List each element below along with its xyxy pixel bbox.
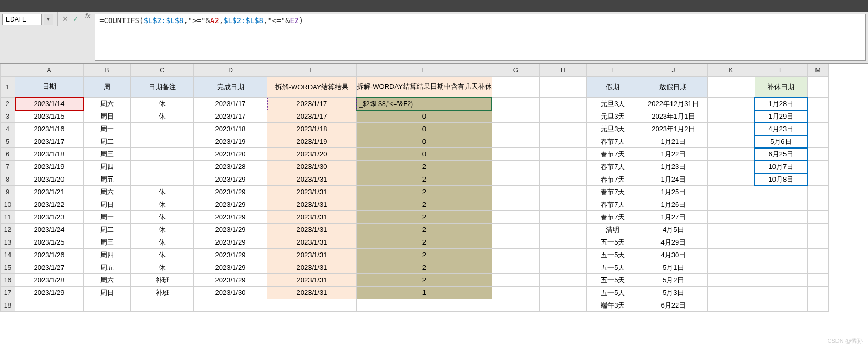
- row-header[interactable]: 18: [1, 299, 15, 312]
- cell[interactable]: [492, 148, 539, 161]
- cell[interactable]: 周二: [84, 224, 131, 236]
- cell[interactable]: 周四: [84, 249, 131, 261]
- col-header-J[interactable]: J: [639, 64, 707, 77]
- cell[interactable]: 2023/1/31: [267, 236, 357, 249]
- cell[interactable]: 周一: [84, 123, 131, 135]
- cell[interactable]: [492, 299, 539, 312]
- cell[interactable]: 2023/1/19: [267, 135, 357, 148]
- cell[interactable]: [539, 249, 586, 261]
- cell[interactable]: [539, 135, 586, 148]
- cell[interactable]: 春节7天: [586, 173, 639, 186]
- cell[interactable]: 2023/1/28: [15, 274, 84, 287]
- row-header[interactable]: 2: [1, 98, 15, 110]
- cell[interactable]: 4月23日: [755, 123, 807, 135]
- col-header-M[interactable]: M: [807, 64, 828, 77]
- cell[interactable]: [492, 110, 539, 123]
- cell[interactable]: [807, 173, 828, 186]
- cell[interactable]: [707, 299, 755, 312]
- cell[interactable]: 周二: [84, 135, 131, 148]
- cell[interactable]: 2023/1/28: [194, 161, 267, 173]
- cell[interactable]: [131, 161, 194, 173]
- cell[interactable]: 1月22日: [639, 148, 707, 161]
- cell[interactable]: 2023/1/29: [194, 261, 267, 274]
- cell[interactable]: 周五: [84, 173, 131, 186]
- cell[interactable]: 1月25日: [639, 186, 707, 198]
- cell[interactable]: [755, 287, 807, 299]
- col-header-F[interactable]: F: [357, 64, 492, 77]
- cell[interactable]: [755, 236, 807, 249]
- cell[interactable]: [492, 236, 539, 249]
- cell[interactable]: [539, 98, 586, 110]
- cell[interactable]: [807, 98, 828, 110]
- cell[interactable]: [755, 186, 807, 198]
- cell[interactable]: [707, 211, 755, 224]
- cell[interactable]: 周五: [84, 261, 131, 274]
- cell[interactable]: [807, 123, 828, 135]
- cell[interactable]: 2023/1/20: [15, 173, 84, 186]
- cell[interactable]: [492, 173, 539, 186]
- cell[interactable]: [707, 173, 755, 186]
- col-header-D[interactable]: D: [194, 64, 267, 77]
- cell[interactable]: 周: [84, 77, 131, 98]
- col-header-A[interactable]: A: [15, 64, 84, 77]
- cell[interactable]: 休: [131, 224, 194, 236]
- row-header[interactable]: 14: [1, 249, 15, 261]
- cell[interactable]: 2023/1/29: [194, 211, 267, 224]
- cell[interactable]: 休: [131, 236, 194, 249]
- cell[interactable]: 元旦3天: [586, 110, 639, 123]
- cell[interactable]: 春节7天: [586, 186, 639, 198]
- cell[interactable]: 2: [357, 224, 492, 236]
- cell[interactable]: [492, 135, 539, 148]
- cell[interactable]: 2023年1月2日: [639, 123, 707, 135]
- cell[interactable]: 2023/1/31: [267, 261, 357, 274]
- row-header[interactable]: 3: [1, 110, 15, 123]
- cell[interactable]: [492, 224, 539, 236]
- row-header[interactable]: 17: [1, 287, 15, 299]
- cell[interactable]: 假期: [586, 77, 639, 98]
- col-header-B[interactable]: B: [84, 64, 131, 77]
- cell[interactable]: 周日: [84, 110, 131, 123]
- cell[interactable]: 2023/1/29: [194, 198, 267, 211]
- cell[interactable]: 10月7日: [755, 161, 807, 173]
- cell[interactable]: 2023/1/19: [194, 135, 267, 148]
- cell[interactable]: [539, 261, 586, 274]
- cell[interactable]: 2: [357, 274, 492, 287]
- cell[interactable]: 放假日期: [639, 77, 707, 98]
- cell[interactable]: 2023/1/18: [194, 123, 267, 135]
- cell[interactable]: 1月26日: [639, 198, 707, 211]
- cell[interactable]: 2: [357, 211, 492, 224]
- cell[interactable]: 2023/1/23: [15, 211, 84, 224]
- cell[interactable]: 2022年12月31日: [639, 98, 707, 110]
- cell[interactable]: [807, 236, 828, 249]
- cell[interactable]: 1月27日: [639, 211, 707, 224]
- cell[interactable]: 0: [357, 123, 492, 135]
- cell[interactable]: [539, 211, 586, 224]
- cell[interactable]: 2023/1/29: [194, 224, 267, 236]
- cell[interactable]: 周日: [84, 287, 131, 299]
- formula-bar[interactable]: =COUNTIFS($L$2:$L$8,">="&A2,$L$2:$L$8,"<…: [95, 14, 866, 61]
- cell[interactable]: 2023/1/31: [267, 186, 357, 198]
- cell[interactable]: [755, 249, 807, 261]
- cell[interactable]: 5月6日: [755, 135, 807, 148]
- cell[interactable]: 补休日期: [755, 77, 807, 98]
- cell[interactable]: [131, 135, 194, 148]
- cell[interactable]: 2023/1/30: [194, 287, 267, 299]
- cell[interactable]: [707, 261, 755, 274]
- name-box[interactable]: EDATE: [2, 14, 42, 25]
- cell[interactable]: 2023/1/20: [267, 148, 357, 161]
- row-header[interactable]: 12: [1, 224, 15, 236]
- cell[interactable]: 补班: [131, 274, 194, 287]
- cell[interactable]: [807, 274, 828, 287]
- cell[interactable]: 2023/1/27: [15, 261, 84, 274]
- col-header-C[interactable]: C: [131, 64, 194, 77]
- cell[interactable]: 2023/1/14: [15, 98, 84, 110]
- row-header[interactable]: 15: [1, 261, 15, 274]
- spreadsheet-grid[interactable]: A B C D E F G H I J K L M 1 日期 周 日期备注 完成…: [0, 64, 868, 312]
- cell[interactable]: [755, 261, 807, 274]
- cell[interactable]: [539, 224, 586, 236]
- cell[interactable]: 周三: [84, 236, 131, 249]
- row-header[interactable]: 6: [1, 148, 15, 161]
- cell[interactable]: 清明: [586, 224, 639, 236]
- cell[interactable]: [539, 287, 586, 299]
- cell[interactable]: 4月5日: [639, 224, 707, 236]
